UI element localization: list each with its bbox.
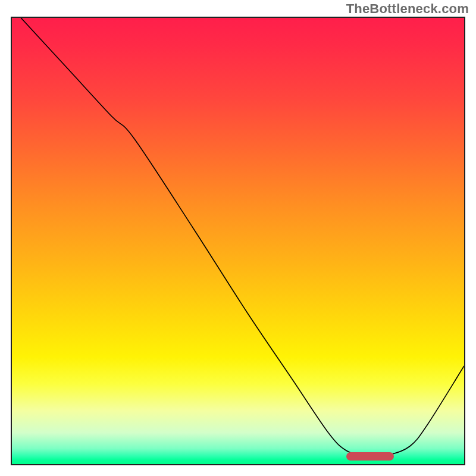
bottleneck-chart: TheBottleneck.com: [0, 0, 476, 476]
line-series: [12, 18, 464, 464]
plot-area: [11, 17, 465, 465]
curve-path: [21, 18, 464, 456]
watermark-label: TheBottleneck.com: [346, 1, 469, 17]
optimal-range-marker: [346, 452, 394, 461]
